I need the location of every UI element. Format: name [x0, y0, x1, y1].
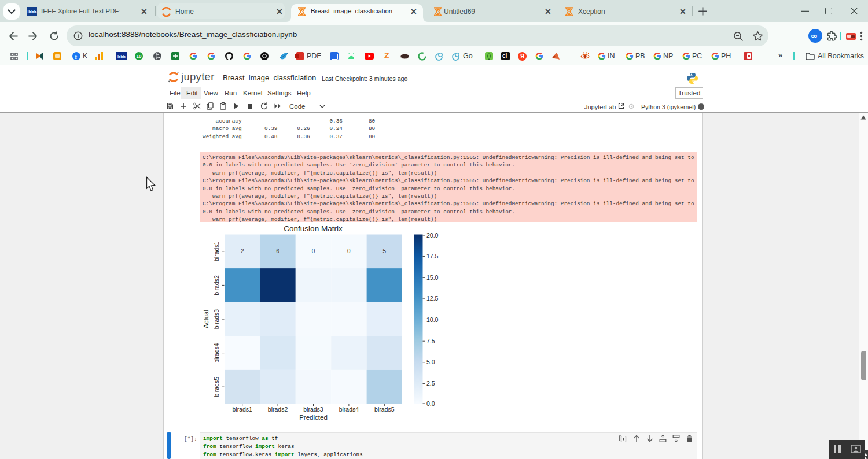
svg-text:birads3: birads3	[213, 309, 220, 330]
svg-text:6: 6	[276, 248, 279, 254]
svg-text:2.5: 2.5	[426, 380, 435, 387]
svg-text:birads1: birads1	[232, 406, 252, 413]
svg-text:Predicted: Predicted	[299, 414, 328, 421]
svg-text:0: 0	[312, 248, 315, 254]
svg-text:birads2: birads2	[213, 275, 220, 295]
svg-text:15.0: 15.0	[426, 274, 439, 281]
svg-text:birads5: birads5	[374, 406, 395, 413]
svg-text:Actual: Actual	[203, 310, 209, 328]
svg-text:Confusion Matrix: Confusion Matrix	[284, 224, 343, 233]
svg-text:0: 0	[347, 248, 351, 254]
svg-text:birads3: birads3	[303, 406, 323, 413]
svg-text:10.0: 10.0	[426, 316, 439, 323]
svg-text:5: 5	[383, 248, 387, 254]
svg-text:2: 2	[241, 248, 244, 254]
svg-text:birads4: birads4	[339, 406, 359, 413]
svg-text:5.0: 5.0	[426, 358, 435, 365]
svg-text:20.0: 20.0	[426, 232, 439, 239]
svg-text:birads4: birads4	[213, 343, 220, 363]
svg-text:7.5: 7.5	[426, 338, 435, 345]
svg-text:17.5: 17.5	[426, 253, 439, 260]
svg-text:birads1: birads1	[213, 241, 220, 261]
svg-text:birads2: birads2	[268, 406, 288, 413]
svg-text:0.0: 0.0	[426, 400, 435, 407]
svg-text:12.5: 12.5	[426, 295, 439, 302]
svg-text:birads5: birads5	[213, 377, 220, 397]
